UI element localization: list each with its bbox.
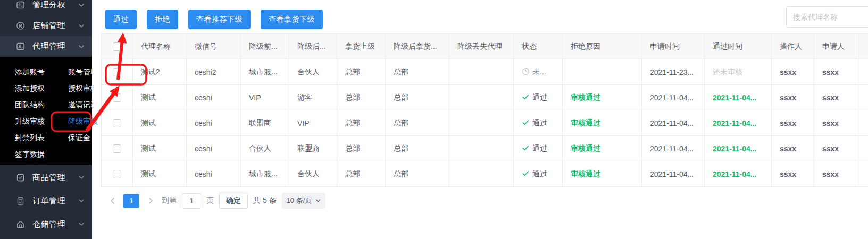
select-all-checkbox[interactable] (113, 42, 121, 51)
cell-status: 通过 (514, 110, 563, 136)
col-header-extra (859, 34, 868, 59)
cell-agent-name: 测试 (133, 85, 187, 110)
cell-operator: ssxx (772, 136, 814, 161)
cell-level-before: VIP (241, 85, 289, 110)
chevron-down-icon (315, 198, 321, 203)
cell-level-after: 游客 (289, 85, 337, 110)
cell-apply-time: 2021-11-04... (642, 161, 705, 187)
cell-wechat: ceshi (187, 136, 241, 161)
sidebar-item-goods-management[interactable]: 商品管理 (0, 166, 92, 189)
cell-agent-name: 测试2 (133, 59, 187, 85)
sidebar-item-permission-management[interactable]: 管理分权 (0, 0, 92, 15)
approve-button[interactable]: 通过 (105, 10, 137, 29)
cell-agent-name: 测试 (133, 136, 187, 161)
cell-agent-name: 测试 (133, 161, 187, 187)
cell-apply-time: 2021-11-04... (642, 85, 705, 110)
col-header-pass-time: 通过时间 (705, 34, 772, 59)
submenu-item-add-authorization[interactable]: 添加授权 (15, 80, 56, 97)
cell-reject-reason: 审核通过 (563, 161, 642, 187)
cell-reject-reason: 审核通过 (563, 136, 642, 161)
prev-page-button[interactable] (106, 193, 118, 208)
submenu-item-deposit[interactable]: 保证金 (68, 130, 98, 146)
cell-operator: ssxx (772, 59, 814, 85)
jump-prefix-label: 到第 (162, 196, 177, 206)
cell-level-after: VIP (289, 110, 337, 136)
chevron-down-icon (78, 44, 85, 50)
chevron-down-icon (78, 2, 85, 8)
cell-select (102, 161, 133, 187)
row-checkbox[interactable] (113, 170, 121, 178)
submenu-item-upgrade-review[interactable]: 升级审核 (15, 113, 56, 130)
submenu-item-team-structure[interactable]: 团队结构 (15, 97, 56, 113)
sidebar-item-order-management[interactable]: 订单管理 (0, 189, 92, 212)
row-checkbox[interactable] (113, 144, 121, 153)
status-label: 通过 (532, 93, 547, 101)
cell-pass-time: 2021-11-04... (705, 161, 772, 187)
cell-supply-upline: 总部 (337, 85, 386, 110)
table-row: 测试ceshi合伙人联盟商总部总部通过审核通过2021-11-04...2021… (102, 136, 868, 161)
col-header-supply-upline: 拿货上级 (337, 34, 386, 59)
page-number-button[interactable]: 1 (123, 194, 139, 208)
jump-suffix-label: 页 (206, 196, 214, 206)
chevron-down-icon (78, 174, 85, 181)
submenu-item-invitation-records[interactable]: 邀请记录 (68, 97, 98, 113)
check-icon (522, 144, 530, 152)
submenu-item-account-management[interactable]: 账号管理 (68, 64, 98, 80)
cell-wechat: ceshi (187, 110, 241, 136)
toolbar: 通过 拒绝 查看推荐下级 查看拿货下级 (105, 10, 323, 29)
status-label: 通过 (532, 169, 547, 178)
cell-level-after: 联盟商 (289, 136, 337, 161)
table-row: 测试ceshi联盟商VIP总部总部通过审核通过2021-11-04...2021… (102, 110, 868, 136)
status-label: 未... (532, 67, 546, 76)
cell-level-before: 联盟商 (241, 110, 289, 136)
pagination: 1 到第 页 确定 共 5 条 10 条/页 (106, 191, 326, 211)
col-header-level-before: 降级前... (241, 34, 289, 59)
sidebar-item-shop-management[interactable]: 店铺管理 (0, 15, 92, 36)
submenu-item-add-account[interactable]: 添加账号 (15, 64, 56, 80)
cell-wechat: ceshi (187, 161, 241, 187)
cell-supply-after: 总部 (386, 59, 449, 85)
sidebar-submenu: 添加账号 账号管理 添加授权 授权审核 团队结构 邀请记录 升级审核 降级审核 … (0, 57, 92, 165)
sidebar-item-label: 店铺管理 (32, 21, 78, 31)
status-label: 通过 (532, 118, 547, 127)
submenu-item-downgrade-review[interactable]: 降级审核 (68, 113, 98, 130)
cell-status: 未... (514, 59, 563, 85)
submenu-item-ban-list[interactable]: 封禁列表 (15, 130, 56, 146)
sidebar-bottom-group: 商品管理 订单管理 仓储管理 (0, 166, 92, 236)
cell-supply-after: 总部 (386, 110, 449, 136)
sidebar-item-warehouse-management[interactable]: 仓储管理 (0, 212, 92, 236)
col-header-supply-after: 降级后拿货... (386, 34, 449, 59)
row-checkbox[interactable] (113, 68, 121, 76)
col-header-agent-name: 代理名称 (133, 34, 187, 59)
cell-pass-time: 2021-11-04... (705, 136, 772, 161)
col-header-status: 状态 (514, 34, 563, 59)
view-recommended-subordinates-button[interactable]: 查看推荐下级 (188, 10, 251, 29)
clock-icon (522, 67, 530, 75)
submenu-item-signature-data[interactable]: 签字数据 (15, 146, 56, 163)
search-agent-input[interactable] (786, 6, 868, 28)
page-size-select[interactable]: 10 条/页 (282, 193, 326, 209)
cell-applicant: ssxx (814, 110, 859, 136)
cell-operator: ssxx (772, 85, 814, 110)
reject-button[interactable]: 拒绝 (147, 10, 178, 29)
status-label: 通过 (532, 144, 547, 152)
next-page-button[interactable] (145, 193, 156, 208)
check-icon (522, 169, 530, 177)
cell-extra (859, 110, 868, 136)
downgrade-review-table: 代理名称微信号降级前...降级后...拿货上级降级后拿货...降级丢失代理状态拒… (101, 33, 868, 187)
sidebar-item-agent-management[interactable]: 代理管理 (0, 36, 92, 57)
col-header-applicant: 申请人 (814, 34, 859, 59)
view-supply-subordinates-button[interactable]: 查看拿货下级 (261, 10, 323, 29)
chevron-down-icon (78, 23, 85, 29)
sidebar-item-label: 订单管理 (32, 196, 78, 206)
cell-applicant: ssxx (814, 85, 859, 110)
row-checkbox[interactable] (113, 119, 121, 127)
submenu-item-authorization-review[interactable]: 授权审核 (68, 80, 98, 97)
row-checkbox[interactable] (113, 93, 121, 102)
confirm-page-button[interactable]: 确定 (219, 193, 248, 209)
sidebar-item-label: 管理分权 (32, 0, 78, 10)
cell-select (102, 136, 133, 161)
col-header-operator: 操作人 (772, 34, 814, 59)
cell-level-before: 城市服... (241, 59, 289, 85)
page-jump-input[interactable] (182, 193, 201, 209)
